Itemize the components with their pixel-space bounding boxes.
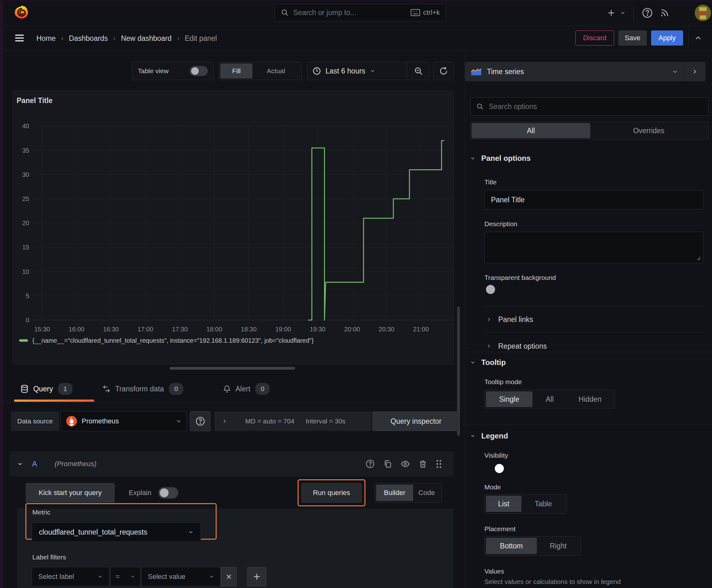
- topbar-divider: [633, 6, 633, 20]
- tab-overrides[interactable]: Overrides: [590, 123, 707, 138]
- query-options-summary[interactable]: MD = auto = 704 Interval = 30s: [214, 412, 371, 431]
- tab-query[interactable]: Query 1: [20, 377, 72, 401]
- options-search-box[interactable]: [470, 97, 709, 115]
- breadcrumb-bar: Home Dashboards New dashboard Edit panel…: [3, 26, 712, 51]
- code-option[interactable]: Code: [413, 485, 440, 501]
- panel-links-label: Panel links: [498, 315, 533, 324]
- breadcrumb: Home Dashboards New dashboard Edit panel: [37, 26, 217, 51]
- user-avatar[interactable]: [695, 5, 711, 21]
- global-search-input[interactable]: [293, 8, 411, 17]
- clock-icon: [312, 67, 321, 76]
- chevron-right-icon: [112, 37, 116, 41]
- database-icon: [20, 384, 29, 394]
- svg-text:20: 20: [22, 219, 29, 227]
- collapse-chevron-up-icon[interactable]: [693, 34, 703, 42]
- select-value-dropdown[interactable]: Select value: [141, 567, 221, 586]
- zoom-out-icon[interactable]: [407, 66, 430, 76]
- select-label-dropdown[interactable]: Select label: [32, 567, 109, 586]
- options-panel: Time series All Overrides Panel options …: [464, 51, 712, 588]
- query-inspector-button[interactable]: Query inspector: [372, 412, 459, 431]
- actual-option[interactable]: Actual: [253, 63, 300, 79]
- tab-all[interactable]: All: [472, 123, 590, 138]
- legend-mode-list[interactable]: List: [486, 496, 521, 512]
- legend-mode-table[interactable]: Table: [521, 496, 565, 512]
- duplicate-icon[interactable]: [379, 460, 396, 468]
- panel-links-header[interactable]: Panel links: [486, 312, 533, 327]
- svg-text:18:00: 18:00: [206, 326, 222, 333]
- datasource-picker[interactable]: Prometheus: [61, 411, 187, 431]
- news-rss-icon[interactable]: [655, 7, 674, 18]
- legend-header[interactable]: Legend: [470, 432, 508, 440]
- tooltip-mode-all[interactable]: All: [533, 391, 567, 407]
- drag-grip-icon[interactable]: [432, 459, 446, 469]
- discard-button[interactable]: Discard: [576, 30, 614, 45]
- table-view-control: Table view: [132, 62, 214, 80]
- datasource-help-button[interactable]: [190, 411, 211, 431]
- legend-placement-right[interactable]: Right: [537, 538, 580, 554]
- options-search-input[interactable]: [488, 102, 703, 111]
- query-ref-id[interactable]: A: [32, 460, 37, 468]
- add-chevron-down-icon[interactable]: [618, 10, 628, 16]
- svg-text:25: 25: [22, 195, 29, 202]
- divider: [484, 306, 705, 306]
- resize-drag-handle[interactable]: [170, 367, 295, 370]
- trash-icon[interactable]: [414, 460, 432, 468]
- topbar-actions: [604, 5, 674, 20]
- datasource-row: Data source Prometheus MD = auto = 704 I…: [11, 412, 459, 431]
- apply-button[interactable]: Apply: [651, 30, 683, 45]
- title-label: Title: [484, 178, 497, 186]
- grafana-logo-icon[interactable]: [13, 4, 31, 22]
- eye-icon[interactable]: [396, 459, 414, 469]
- metric-select[interactable]: cloudflared_tunnel_total_requests: [32, 522, 201, 542]
- tab-alert[interactable]: Alert 0: [223, 377, 270, 401]
- breadcrumb-dashboards[interactable]: Dashboards: [69, 34, 108, 43]
- divider: [484, 332, 705, 333]
- svg-text:19:30: 19:30: [310, 326, 326, 333]
- tab-transform[interactable]: Transform data 0: [102, 377, 184, 401]
- legend-placement-bottom[interactable]: Bottom: [486, 538, 537, 554]
- breadcrumb-edit-panel: Edit panel: [185, 34, 217, 43]
- add-filter-button[interactable]: [247, 567, 266, 586]
- query-row-header[interactable]: A (Prometheus): [9, 451, 454, 477]
- tooltip-mode-hidden[interactable]: Hidden: [567, 391, 613, 407]
- kick-start-button[interactable]: Kick start your query: [26, 483, 114, 503]
- remove-filter-button[interactable]: [221, 567, 237, 586]
- save-button[interactable]: Save: [619, 30, 647, 45]
- builder-option[interactable]: Builder: [376, 485, 413, 501]
- viz-expand-button[interactable]: [684, 62, 706, 81]
- fill-option[interactable]: Fill: [220, 63, 253, 79]
- table-view-toggle[interactable]: [190, 66, 208, 76]
- run-queries-button[interactable]: Run queries: [301, 483, 362, 503]
- section-divider: [464, 425, 712, 425]
- panel-title-input[interactable]: [484, 190, 703, 210]
- global-search-box[interactable]: ctrl+k: [275, 4, 446, 21]
- breadcrumb-new-dashboard[interactable]: New dashboard: [121, 34, 171, 43]
- description-textarea[interactable]: [484, 232, 703, 263]
- svg-text:15:30: 15:30: [34, 326, 50, 333]
- tooltip-mode-single[interactable]: Single: [486, 391, 533, 407]
- refresh-button[interactable]: [433, 62, 454, 80]
- resize-handle-icon[interactable]: [696, 256, 701, 261]
- tooltip-header[interactable]: Tooltip: [470, 358, 506, 367]
- explain-toggle[interactable]: [158, 487, 178, 499]
- chevron-right-icon: [222, 419, 227, 424]
- values-hint: Select values or calculations to show in…: [484, 578, 621, 586]
- add-button[interactable]: [604, 8, 618, 17]
- values-label: Values: [484, 568, 504, 575]
- help-icon[interactable]: [639, 7, 655, 19]
- chevron-down-icon: [470, 155, 476, 161]
- operator-dropdown[interactable]: =: [110, 567, 140, 586]
- chart-legend-item[interactable]: {__name__="cloudflared_tunnel_total_requ…: [19, 336, 314, 345]
- search-shortcut: ctrl+k: [423, 8, 440, 17]
- chart-svg: 051015202530354015:3016:0016:3017:0017:3…: [13, 91, 454, 365]
- viz-picker[interactable]: Time series: [465, 67, 684, 76]
- chevron-down-icon[interactable]: [17, 461, 23, 467]
- panel-options-header[interactable]: Panel options: [470, 154, 531, 163]
- time-range-picker[interactable]: Last 6 hours: [307, 67, 407, 76]
- breadcrumb-home[interactable]: Home: [37, 34, 56, 43]
- menu-button[interactable]: [13, 33, 26, 44]
- query-editor-card: A (Prometheus) Kick start your query Exp…: [9, 451, 454, 588]
- repeat-options-label: Repeat options: [498, 342, 547, 351]
- tab-query-underline: [14, 400, 94, 402]
- query-help-icon[interactable]: [361, 459, 379, 469]
